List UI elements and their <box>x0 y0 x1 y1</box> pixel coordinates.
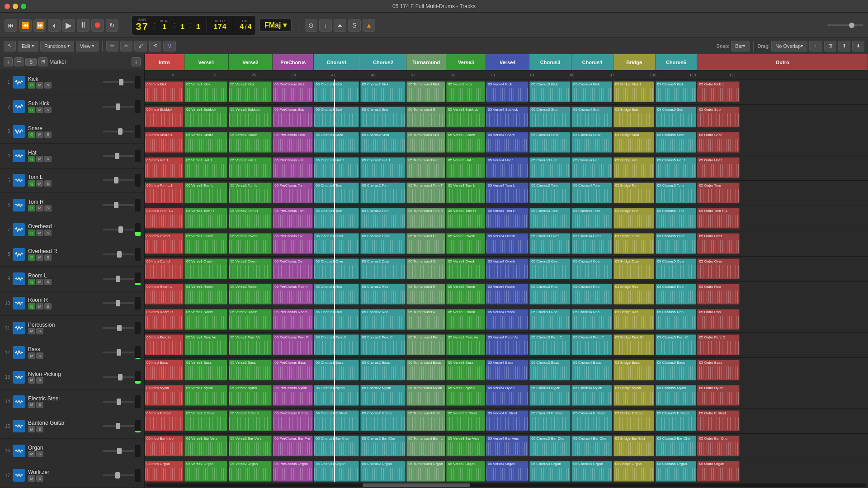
clip-track9-outro[interactable]: 05 Outro Roo <box>697 284 740 305</box>
clip-track15-verse2[interactable]: 05 Verse2 Bar Vers <box>229 436 272 456</box>
q-button-3[interactable]: Q <box>28 131 35 138</box>
record-button[interactable]: ⏺ <box>91 19 104 32</box>
midi-tool[interactable]: M <box>163 41 175 52</box>
clip-track7-verse1[interactable]: 05 Verse1 Overh <box>184 233 227 254</box>
clip-track5-turnaround[interactable]: 05 Turnaround Tom T <box>406 183 445 203</box>
fader-thumb-11[interactable] <box>117 325 122 331</box>
clip-track15-intro[interactable]: 05 Intro Bar Intro <box>145 436 184 456</box>
clip-track1-chorus2[interactable]: 05 Chorus2 Kick <box>360 81 406 102</box>
sig-den[interactable]: 4 <box>247 23 252 31</box>
fader-5[interactable] <box>103 179 134 181</box>
tool-2[interactable]: ↓ <box>319 19 332 32</box>
clip-track7-outro[interactable]: 05 Outro Over <box>697 233 740 254</box>
clip-track9-bridge[interactable]: 05 Bridge Roo <box>613 284 654 305</box>
play-button[interactable]: ▶ <box>62 19 75 32</box>
clip-track13-prechorus[interactable]: 05 PreChorus Nylon <box>273 385 313 406</box>
clip-track5-chorus1[interactable]: 05 Chorus1 Tom <box>314 183 359 203</box>
clip-track12-outro[interactable]: 05 Outro Bass <box>697 360 740 380</box>
fader-thumb-16[interactable] <box>117 448 122 454</box>
clip-track4-verse1[interactable]: 05 Verse1 Hat.1 <box>184 157 227 178</box>
fader-thumb-1[interactable] <box>119 79 123 85</box>
clip-track7-bridge[interactable]: 05 Bridge Over <box>613 233 654 254</box>
fader-thumb-9[interactable] <box>116 276 120 282</box>
clip-track2-outro[interactable]: 05 Outro Sub <box>697 107 740 127</box>
clip-track9-chorus3[interactable]: 05 Chorus3 Roo <box>529 284 570 305</box>
clip-track11-turnaround[interactable]: 05 Turnaround Perc Tu <box>406 334 445 355</box>
clip-track9-verse2[interactable]: 05 Verse2 Room <box>229 284 272 305</box>
clip-track2-chorus2[interactable]: 05 Chorus2 Sub <box>360 107 406 127</box>
clip-track3-chorus2[interactable]: 05 Chorus2 Snar <box>360 132 406 153</box>
mute-button-10[interactable]: M <box>36 303 43 310</box>
clip-track12-chorus1[interactable]: 05 Chorus1 Bass <box>314 360 359 380</box>
fader-thumb-13[interactable] <box>118 374 123 380</box>
fader-17[interactable] <box>103 474 134 476</box>
clip-track15-bridge[interactable]: 05 Bridge Bar Brid <box>613 436 654 456</box>
mute-button-11[interactable]: M <box>28 328 35 334</box>
add-track-button[interactable]: + <box>4 57 13 66</box>
marker-verse3[interactable]: Verse3 <box>446 54 486 70</box>
mute-button-7[interactable]: M <box>36 230 43 236</box>
clip-track9-intro[interactable]: 05 Intro Room L <box>145 284 184 305</box>
clip-track12-bridge[interactable]: 05 Bridge Bass <box>613 360 654 380</box>
marker-chorus4[interactable]: Chorus4 <box>571 54 613 70</box>
clip-track11-verse4[interactable]: 05 Verse4 Perc Ve <box>486 334 528 355</box>
clip-track16-verse3[interactable]: 05 Verse3 Organ <box>446 461 485 482</box>
mute-button-8[interactable]: M <box>36 254 43 261</box>
clip-track4-chorus2[interactable]: 05 Chorus2 Hat.1 <box>360 157 406 178</box>
clip-track11-bridge[interactable]: 05 Bridge Perc Br <box>613 334 654 355</box>
clip-track9-turnaround[interactable]: 05 Turnaround R <box>406 284 445 305</box>
solo-button-3[interactable]: S <box>44 131 52 138</box>
pause-button[interactable]: ⏸ <box>77 19 90 32</box>
clip-track1-verse3[interactable]: 05 Verse3 Kick <box>446 81 485 102</box>
q-button-4[interactable]: Q <box>28 156 35 162</box>
clip-track9-verse4[interactable]: 05 Verse4 Room <box>486 284 528 305</box>
clip-track13-turnaround[interactable]: 05 Turnaround Nylon <box>406 385 445 406</box>
grid-btn[interactable]: ⊞ <box>824 41 836 52</box>
drag-value-display[interactable]: No Overlap ▾ <box>771 41 807 52</box>
clip-track10-prechorus[interactable]: 05 PreChorus Room <box>273 309 313 330</box>
clip-track7-chorus5[interactable]: 05 Chorus5 Over <box>656 233 696 254</box>
clip-track3-verse4[interactable]: 05 Verse4 Snare <box>486 132 528 153</box>
tool-4[interactable]: S <box>348 19 361 32</box>
clip-track3-chorus5[interactable]: 05 Chorus5 Snar <box>656 132 696 153</box>
fast-forward-button[interactable]: ⏩ <box>33 19 46 32</box>
mute-button-12[interactable]: M <box>28 352 35 359</box>
clip-track10-outro[interactable]: 05 Outro Roo <box>697 309 740 330</box>
minimize-button[interactable] <box>13 4 18 9</box>
clip-track8-prechorus[interactable]: 05 PreChorus Ov <box>273 258 313 279</box>
clip-track4-chorus5[interactable]: 05 Chorus5 Hat.1 <box>656 157 696 178</box>
clip-track14-verse4[interactable]: 05 Verse4 E.Steel <box>486 410 528 431</box>
mute-button-15[interactable]: M <box>28 426 35 432</box>
clip-track9-chorus5[interactable]: 05 Chorus5 Roo <box>656 284 696 305</box>
clip-track7-verse3[interactable]: 05 Verse3 Overh <box>446 233 485 254</box>
clip-track14-chorus3[interactable]: 05 Chorus3 E.Steel <box>529 410 570 431</box>
clip-track9-chorus2[interactable]: 05 Chorus2 Roo <box>360 284 406 305</box>
clip-track13-intro[interactable]: 05 Intro Nylon <box>145 385 184 406</box>
clip-track10-chorus5[interactable]: 05 Chorus5 Roo <box>656 309 696 330</box>
snap-value-display[interactable]: Bar ▾ <box>731 41 750 52</box>
clip-track11-verse2[interactable]: 05 Verse2 Perc Ve <box>229 334 272 355</box>
fader-thumb-6[interactable] <box>114 202 118 208</box>
clip-track15-chorus3[interactable]: 05 Chorus3 Bar Cho <box>529 436 570 456</box>
sig-num[interactable]: 4 <box>240 23 244 31</box>
clip-track10-verse1[interactable]: 05 Verse1 Room <box>184 309 227 330</box>
clip-track13-chorus4[interactable]: 05 Chorus4 Nylon <box>571 385 612 406</box>
bpm-value[interactable]: 174 <box>213 23 226 31</box>
clip-track4-chorus3[interactable]: 05 Chorus3 Hat <box>529 157 570 178</box>
clip-track16-chorus1[interactable]: 05 Chorus1 Organ <box>314 461 359 482</box>
fader-16[interactable] <box>103 450 134 452</box>
clip-track6-chorus2[interactable]: 05 Chorus2 Tom <box>360 208 406 229</box>
clip-track9-verse3[interactable]: 05 Verse3 Room <box>446 284 485 305</box>
clip-track7-verse2[interactable]: 05 Verse2 Overh <box>229 233 272 254</box>
clip-track16-chorus4[interactable]: 05 Chorus4 Organ <box>571 461 612 482</box>
clip-track10-chorus3[interactable]: 05 Chorus3 Roo <box>529 309 570 330</box>
q-button-6[interactable]: Q <box>28 205 35 211</box>
clip-track16-verse1[interactable]: 05 Verse1 Organ <box>184 461 227 482</box>
clip-track7-chorus1[interactable]: 05 Chorus1 Over <box>314 233 359 254</box>
mute-button-14[interactable]: M <box>28 402 35 408</box>
clip-track5-chorus2[interactable]: 05 Chorus2 Tom <box>360 183 406 203</box>
mute-button-3[interactable]: M <box>36 131 43 138</box>
solo-button-10[interactable]: S <box>44 303 52 310</box>
clip-track2-chorus1[interactable]: 05 Chorus1 Sub <box>314 107 359 127</box>
clip-track12-verse2[interactable]: 05 Verse2 Bass <box>229 360 272 380</box>
